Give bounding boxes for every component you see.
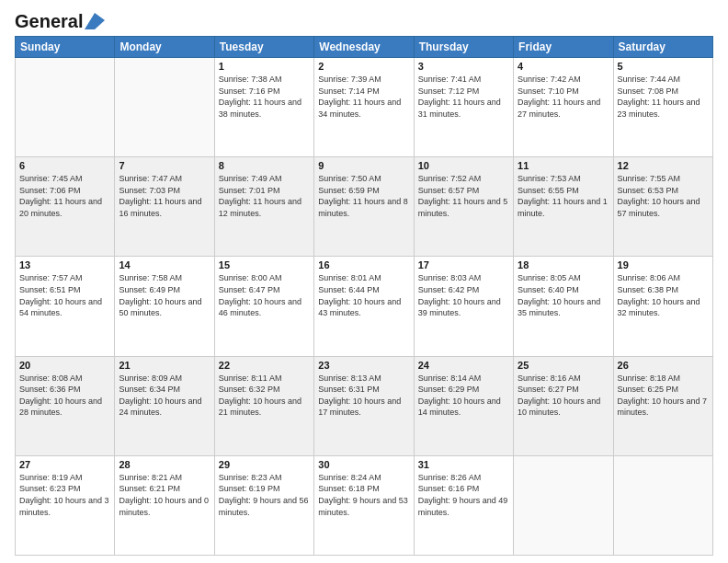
calendar-header-thursday: Thursday: [414, 37, 513, 58]
day-info: Sunrise: 8:19 AMSunset: 6:23 PMDaylight:…: [19, 472, 110, 518]
day-number: 23: [318, 360, 409, 371]
calendar-week-row: 20Sunrise: 8:08 AMSunset: 6:36 PMDayligh…: [16, 356, 713, 455]
calendar-week-row: 27Sunrise: 8:19 AMSunset: 6:23 PMDayligh…: [16, 455, 713, 555]
day-info: Sunrise: 7:45 AMSunset: 7:06 PMDaylight:…: [19, 173, 110, 219]
day-info: Sunrise: 8:09 AMSunset: 6:34 PMDaylight:…: [119, 373, 210, 419]
day-info: Sunrise: 8:14 AMSunset: 6:29 PMDaylight:…: [418, 373, 509, 419]
day-number: 8: [219, 160, 310, 171]
logo-icon: [85, 13, 105, 29]
calendar-cell: 28Sunrise: 8:21 AMSunset: 6:21 PMDayligh…: [115, 455, 214, 555]
day-number: 2: [318, 61, 409, 72]
day-number: 4: [518, 61, 609, 72]
day-number: 1: [219, 61, 310, 72]
calendar-week-row: 1Sunrise: 7:38 AMSunset: 7:16 PMDaylight…: [16, 58, 713, 157]
day-info: Sunrise: 7:53 AMSunset: 6:55 PMDaylight:…: [518, 173, 609, 219]
calendar-cell: 11Sunrise: 7:53 AMSunset: 6:55 PMDayligh…: [514, 157, 613, 257]
calendar-header-tuesday: Tuesday: [214, 37, 313, 58]
calendar-cell: 16Sunrise: 8:01 AMSunset: 6:44 PMDayligh…: [314, 257, 414, 356]
day-info: Sunrise: 7:57 AMSunset: 6:51 PMDaylight:…: [19, 272, 110, 318]
day-number: 26: [618, 360, 709, 371]
day-info: Sunrise: 8:24 AMSunset: 6:18 PMDaylight:…: [318, 472, 409, 518]
calendar-cell: 29Sunrise: 8:23 AMSunset: 6:19 PMDayligh…: [214, 455, 313, 555]
day-number: 14: [119, 259, 210, 270]
calendar-cell: 13Sunrise: 7:57 AMSunset: 6:51 PMDayligh…: [16, 257, 115, 356]
day-info: Sunrise: 7:49 AMSunset: 7:01 PMDaylight:…: [219, 173, 310, 219]
calendar-header-monday: Monday: [115, 37, 214, 58]
day-number: 11: [518, 160, 609, 171]
day-number: 5: [618, 61, 709, 72]
calendar-cell: 8Sunrise: 7:49 AMSunset: 7:01 PMDaylight…: [214, 157, 313, 257]
calendar-header-saturday: Saturday: [613, 37, 712, 58]
day-number: 20: [19, 360, 110, 371]
day-number: 17: [418, 259, 509, 270]
calendar-cell: 20Sunrise: 8:08 AMSunset: 6:36 PMDayligh…: [16, 356, 115, 455]
day-info: Sunrise: 8:21 AMSunset: 6:21 PMDaylight:…: [119, 472, 210, 518]
day-info: Sunrise: 8:05 AMSunset: 6:40 PMDaylight:…: [518, 272, 609, 318]
calendar-cell: 9Sunrise: 7:50 AMSunset: 6:59 PMDaylight…: [314, 157, 414, 257]
calendar-header-friday: Friday: [514, 37, 613, 58]
calendar-cell: 4Sunrise: 7:42 AMSunset: 7:10 PMDaylight…: [514, 58, 613, 157]
day-number: 6: [19, 160, 110, 171]
day-info: Sunrise: 7:41 AMSunset: 7:12 PMDaylight:…: [418, 74, 509, 120]
calendar-cell: 23Sunrise: 8:13 AMSunset: 6:31 PMDayligh…: [314, 356, 414, 455]
day-info: Sunrise: 7:58 AMSunset: 6:49 PMDaylight:…: [119, 272, 210, 318]
calendar-cell: 14Sunrise: 7:58 AMSunset: 6:49 PMDayligh…: [115, 257, 214, 356]
day-info: Sunrise: 8:16 AMSunset: 6:27 PMDaylight:…: [518, 373, 609, 419]
calendar-header-sunday: Sunday: [16, 37, 115, 58]
day-info: Sunrise: 7:39 AMSunset: 7:14 PMDaylight:…: [318, 74, 409, 120]
day-number: 27: [19, 459, 110, 470]
day-info: Sunrise: 8:00 AMSunset: 6:47 PMDaylight:…: [219, 272, 310, 318]
day-number: 3: [418, 61, 509, 72]
calendar-week-row: 13Sunrise: 7:57 AMSunset: 6:51 PMDayligh…: [16, 257, 713, 356]
day-info: Sunrise: 8:03 AMSunset: 6:42 PMDaylight:…: [418, 272, 509, 318]
page: General SundayMondayTuesdayWednesdayThur…: [0, 0, 728, 563]
calendar-cell: [514, 455, 613, 555]
calendar-cell: 6Sunrise: 7:45 AMSunset: 7:06 PMDaylight…: [16, 157, 115, 257]
calendar-cell: 3Sunrise: 7:41 AMSunset: 7:12 PMDaylight…: [414, 58, 513, 157]
day-number: 29: [219, 459, 310, 470]
day-number: 22: [219, 360, 310, 371]
logo: General: [15, 11, 105, 29]
day-number: 30: [318, 459, 409, 470]
day-number: 12: [618, 160, 709, 171]
day-info: Sunrise: 8:23 AMSunset: 6:19 PMDaylight:…: [219, 472, 310, 518]
calendar-cell: 2Sunrise: 7:39 AMSunset: 7:14 PMDaylight…: [314, 58, 414, 157]
day-info: Sunrise: 8:08 AMSunset: 6:36 PMDaylight:…: [19, 373, 110, 419]
calendar-cell: 27Sunrise: 8:19 AMSunset: 6:23 PMDayligh…: [16, 455, 115, 555]
day-number: 18: [518, 259, 609, 270]
day-number: 19: [618, 259, 709, 270]
day-number: 24: [418, 360, 509, 371]
calendar-cell: [613, 455, 712, 555]
day-number: 21: [119, 360, 210, 371]
day-number: 28: [119, 459, 210, 470]
day-number: 10: [418, 160, 509, 171]
day-info: Sunrise: 8:11 AMSunset: 6:32 PMDaylight:…: [219, 373, 310, 419]
day-info: Sunrise: 8:13 AMSunset: 6:31 PMDaylight:…: [318, 373, 409, 419]
calendar-cell: 21Sunrise: 8:09 AMSunset: 6:34 PMDayligh…: [115, 356, 214, 455]
calendar-cell: [16, 58, 115, 157]
day-number: 13: [19, 259, 110, 270]
calendar-week-row: 6Sunrise: 7:45 AMSunset: 7:06 PMDaylight…: [16, 157, 713, 257]
calendar-header-row: SundayMondayTuesdayWednesdayThursdayFrid…: [16, 37, 713, 58]
header: General: [15, 11, 713, 29]
calendar-cell: 31Sunrise: 8:26 AMSunset: 6:16 PMDayligh…: [414, 455, 513, 555]
day-info: Sunrise: 7:44 AMSunset: 7:08 PMDaylight:…: [618, 74, 709, 120]
logo-general: General: [15, 11, 83, 32]
calendar-cell: 15Sunrise: 8:00 AMSunset: 6:47 PMDayligh…: [214, 257, 313, 356]
day-info: Sunrise: 8:26 AMSunset: 6:16 PMDaylight:…: [418, 472, 509, 518]
calendar-cell: 24Sunrise: 8:14 AMSunset: 6:29 PMDayligh…: [414, 356, 513, 455]
calendar-cell: 10Sunrise: 7:52 AMSunset: 6:57 PMDayligh…: [414, 157, 513, 257]
day-info: Sunrise: 7:47 AMSunset: 7:03 PMDaylight:…: [119, 173, 210, 219]
day-info: Sunrise: 8:06 AMSunset: 6:38 PMDaylight:…: [618, 272, 709, 318]
calendar-cell: [115, 58, 214, 157]
day-info: Sunrise: 8:18 AMSunset: 6:25 PMDaylight:…: [618, 373, 709, 419]
day-info: Sunrise: 7:38 AMSunset: 7:16 PMDaylight:…: [219, 74, 310, 120]
day-info: Sunrise: 7:42 AMSunset: 7:10 PMDaylight:…: [518, 74, 609, 120]
calendar-cell: 26Sunrise: 8:18 AMSunset: 6:25 PMDayligh…: [613, 356, 712, 455]
day-info: Sunrise: 7:52 AMSunset: 6:57 PMDaylight:…: [418, 173, 509, 219]
calendar-table: SundayMondayTuesdayWednesdayThursdayFrid…: [15, 36, 713, 556]
calendar-cell: 18Sunrise: 8:05 AMSunset: 6:40 PMDayligh…: [514, 257, 613, 356]
day-info: Sunrise: 7:50 AMSunset: 6:59 PMDaylight:…: [318, 173, 409, 219]
day-number: 25: [518, 360, 609, 371]
day-number: 9: [318, 160, 409, 171]
